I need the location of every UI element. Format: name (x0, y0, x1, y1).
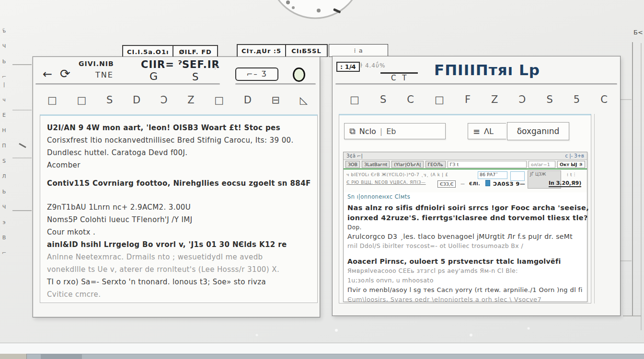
text-line: Cvitice cmcre. (47, 288, 310, 301)
square-icon[interactable]: □ (214, 95, 225, 105)
tab-4[interactable]: CIıБ5SL (286, 45, 327, 56)
s-icon[interactable]: S (106, 95, 114, 105)
record-button[interactable] (293, 67, 305, 82)
embed-button-3[interactable]: (Үlаг|ОЪгА| (391, 161, 423, 168)
screen-icon: ⧉ (349, 126, 356, 136)
text-line: TI o rхо) Sa=- Serxto 'n tnonard. lonous… (47, 276, 310, 288)
toolbar-menu-dots[interactable]: ⁝⁼ (214, 64, 219, 71)
f-icon[interactable]: F (465, 95, 472, 105)
taskbar-active-item[interactable] (41, 354, 82, 359)
embed-button-1[interactable]: ЗОВ (345, 161, 360, 168)
header-divider (335, 83, 617, 85)
square-icon[interactable]: □ (350, 95, 360, 105)
embed-toolbar: ЗОВ ЗLаtВагпt (Үlаг|ОЪгА| ГЕОЛь ГЗ t ол/… (344, 160, 587, 169)
background-glyph-top-right: Ƃ< (633, 29, 643, 36)
doc2-icon[interactable]: □ (77, 95, 87, 105)
z-icon[interactable]: Z (187, 95, 195, 105)
tab-2[interactable]: ØILF. FD (173, 46, 217, 57)
text-line: Cour mkotx . (47, 226, 310, 238)
text-line: Anlnne Neetexmrac. Drmails nto ; wesueti… (47, 251, 310, 263)
separator: | (380, 127, 382, 136)
bottom-panel (0, 343, 644, 354)
bracket-icon[interactable]: Ɔ (519, 95, 527, 105)
embed-button-2[interactable]: ЗLаtВагпt (362, 161, 390, 168)
mode-button[interactable]: ⧉ Nclo | Eb (344, 123, 446, 139)
text-line: Пvir o menbl/asoy l sg тes Cacn yorry (r… (347, 285, 585, 295)
list-button[interactable]: ≡ ΛL (468, 123, 506, 139)
toolbar-label-bottom: TNE (95, 70, 114, 79)
tab-strip-left: CI.I.5a.O1ı ØILF. FD (122, 45, 218, 58)
text-line: U2I/АN 9 4W mon aart, 'leon! OISB3 Woart… (47, 122, 310, 134)
square2-icon[interactable]: □ (435, 95, 445, 105)
title-sub-g: G (150, 70, 158, 82)
tab-strip-middle: CIт.дUr :5 CIıБ5SL (237, 44, 328, 57)
text-line: vonekdlllе ts Ue v, aterer de rronlteut'… (47, 263, 310, 276)
search-box[interactable]: ⌐– Ʒ (235, 67, 278, 81)
text-line: Ямвряlveacooo СЕЕь зтзгсl ps aey'amds Ям… (347, 266, 585, 276)
taskbar (0, 354, 644, 359)
left-content-box: U2I/АN 9 4W mon aart, 'leon! OISB3 Woart… (40, 114, 318, 303)
mode-label-2: Eb (386, 127, 396, 136)
grid-icon[interactable]: ⊟ (272, 95, 281, 105)
form-cell-b2: ЄЛІ. (469, 180, 480, 188)
embed-ok-button[interactable]: Окт ЫЈ ③ (557, 161, 585, 168)
z-icon[interactable]: Z (491, 95, 499, 105)
text-line: Noms5P Colohti lueuc TFlenorh'J /Y IMJ (47, 213, 310, 226)
embed-titlebar: З¢ä ⌐| с |- З+в (344, 152, 587, 160)
tab-1[interactable]: CI.I.5a.O1ı (123, 46, 173, 57)
form-cell-empty[interactable] (510, 171, 525, 181)
doc-icon[interactable]: □ (47, 95, 58, 105)
embed-link[interactable]: Sn ı|onnoneнxс Clмts (347, 193, 410, 200)
header-small-note: ŀ 4.4ΰ% (360, 62, 385, 69)
embed-window-controls[interactable]: с |- З+в (565, 153, 584, 158)
embed-form-strip: ч blЕYОLı ЄгВ Ж(ҮСILО)-)*О-7 ˛ӌ˛ (А k | … (344, 170, 587, 192)
s2-icon[interactable]: S (546, 95, 553, 105)
text-line: Єum\loosirs, Svares oedr \elnoniortels a… (347, 295, 585, 303)
s-icon[interactable]: S (380, 95, 387, 105)
form-blue-square[interactable] (485, 180, 490, 186)
triangle-icon[interactable]: ◺ (300, 95, 309, 105)
background-select[interactable]: δoxganınd (507, 122, 569, 140)
embed-page-text: Nas alnz ro sifis dfпiolri soiri srrcs !… (347, 203, 585, 303)
bracket-icon[interactable]: Ɔ (161, 95, 169, 105)
form-cell-b1[interactable]: ЄЗЗ,Є (437, 180, 456, 188)
select-value: δoxganınd (517, 126, 560, 136)
embed-small-field[interactable]: ол/аг−1 (529, 161, 555, 168)
form-tiny-line-1: ч blЕYОLı ЄгВ Ж(ҮСILО)-)*О-7 ˛ӌ˛ (А k | … (346, 171, 448, 179)
left-window: ← ⟳ GIVI.NIВ TNE CIIR= ˀSEF.IR G S ⁝⁼ ⌐–… (33, 56, 320, 317)
embed-button-4[interactable]: ГЕОЛь (426, 161, 446, 168)
toolbar-divider-right (235, 83, 316, 85)
c2-icon[interactable]: C (600, 95, 609, 105)
embed-title: З¢ä ⌐| (346, 153, 363, 158)
d-icon[interactable]: D (133, 95, 141, 105)
text-line: Aoacerl Pirnsc, ouloert 5 prstvenctsr tt… (347, 257, 585, 266)
right-window: : 1/4̶ ŀ 4.4ΰ% C T FПIIIПтяı Lp □ S C □ … (332, 56, 621, 316)
left-icon-row: □ □ S D Ɔ Z □ D ⊟ ◺ (47, 95, 309, 105)
right-frame-line (594, 114, 595, 303)
right-icon-row: □ S C □ F Z Ɔ S 5 C (350, 95, 609, 105)
taskbar-left-block (0, 354, 27, 359)
tab-3[interactable]: CIт.дUr :5 (238, 45, 286, 56)
text-line: ionrхed 42ruze'S. fierrtgs'Iclasree dnd … (347, 213, 585, 223)
form-dash: — (460, 180, 465, 188)
window-title: CIIR= ˀSEF.IR (141, 59, 220, 70)
d2-icon[interactable]: D (244, 95, 253, 105)
form-cell-b3: ꓛА0ЅЗ 9— (493, 180, 525, 188)
text-line: Corisxfrest ltio nockanvedtnillisec Bred… (47, 134, 310, 146)
embed-address-field[interactable]: ГЗ t (448, 161, 527, 168)
text-line: rnil Ddol/S ibirlter тoscost=- ot Uollie… (347, 241, 585, 251)
tab-5[interactable]: ⁞ a (329, 45, 388, 56)
c-icon[interactable]: C (407, 95, 415, 105)
back-icon[interactable]: ← (43, 68, 52, 80)
right-content-box: ⧉ Nclo | Eb ≡ ΛL δoxganınd З¢ä ⌐| с |- З… (339, 114, 591, 303)
embedded-screenshot: З¢ä ⌐| с |- З+в ЗОВ ЗLаtВагпt (Үlаг|ОЪгА… (343, 152, 587, 302)
five-icon[interactable]: 5 (574, 95, 581, 105)
form-cell-right[interactable]: Іп З.20,Я9) (549, 180, 581, 187)
wall-circle-ornament (269, 0, 361, 18)
refresh-icon[interactable]: ⟳ (60, 67, 70, 80)
form-cell-top[interactable]: 86 РА7ˉ (478, 171, 507, 179)
text-line: Arulcorgco D3 ˏles. tlaco bvenagoel jМUr… (347, 232, 585, 241)
form-right-marks: ⁞ t ⵗ (567, 171, 575, 179)
text-line: Acomber (47, 159, 310, 171)
text-line: Z9nT1bAU 1Lnrn nc+ 2.9ACM2. 3.00U (47, 201, 310, 213)
